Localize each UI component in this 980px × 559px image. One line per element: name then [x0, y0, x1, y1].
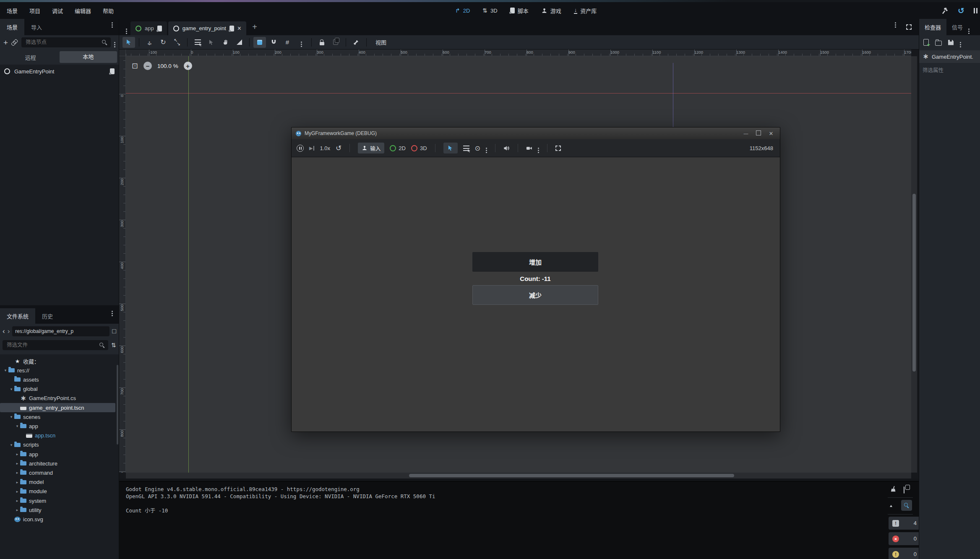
- expand-arrow[interactable]: ▾: [14, 424, 20, 428]
- workspace-tab-3d[interactable]: 3D: [482, 8, 497, 14]
- next-frame-icon[interactable]: [309, 146, 314, 151]
- pause-game-button[interactable]: [974, 8, 977, 13]
- local-button[interactable]: 本地: [60, 51, 117, 63]
- scene-tab-game-entry-point[interactable]: game_entry_point: [168, 21, 246, 35]
- menu-item[interactable]: 调试: [46, 2, 69, 19]
- scene-tree-menu-icon[interactable]: [114, 42, 115, 43]
- tab-import[interactable]: 导入: [24, 19, 49, 35]
- workspace-tab-game[interactable]: 游戏: [541, 7, 561, 15]
- split-view-icon[interactable]: [112, 328, 116, 335]
- input-toggle-button[interactable]: 输入: [358, 143, 384, 153]
- workspace-tab-assetlib[interactable]: 资产库: [574, 7, 597, 15]
- smart-snap-toggle[interactable]: [253, 37, 266, 48]
- scene-tab-app[interactable]: app: [130, 21, 167, 35]
- dock-tabs-overflow-icon[interactable]: [968, 29, 970, 30]
- messages-badge[interactable]: ! 4: [889, 517, 920, 530]
- nav-back-icon[interactable]: [3, 327, 5, 335]
- nav-forward-icon[interactable]: [8, 327, 10, 335]
- game-select-tool[interactable]: [443, 143, 458, 153]
- list-select-tool[interactable]: [191, 37, 204, 48]
- tab-signals[interactable]: 信号: [946, 19, 968, 35]
- move-tool[interactable]: [143, 37, 156, 48]
- expand-arrow[interactable]: ▾: [8, 387, 14, 391]
- workspace-tab-2d[interactable]: 2D: [455, 8, 470, 14]
- filesystem-tree-row[interactable]: icon.svg: [0, 515, 115, 524]
- minimize-button[interactable]: [741, 131, 751, 136]
- zoom-in-button[interactable]: [184, 62, 192, 70]
- new-scene-tab-button[interactable]: [252, 22, 257, 32]
- build-button[interactable]: [941, 7, 949, 14]
- embed-options-icon[interactable]: [538, 148, 539, 149]
- filesystem-scrollbar[interactable]: [117, 365, 118, 445]
- add-node-button[interactable]: [3, 39, 8, 47]
- filesystem-tree-row[interactable]: ▾ app: [0, 421, 115, 431]
- save-resource-icon[interactable]: [948, 40, 954, 45]
- expand-arrow[interactable]: ▾: [8, 415, 14, 419]
- filter-properties-label[interactable]: 筛选属性: [923, 66, 944, 74]
- tab-filesystem[interactable]: 文件系统: [0, 308, 35, 324]
- distraction-free-icon[interactable]: [906, 24, 912, 30]
- copy-output-icon[interactable]: [904, 486, 904, 494]
- menu-item[interactable]: 帮助: [97, 2, 120, 19]
- zoom-level[interactable]: 100.0 %: [157, 63, 178, 69]
- view-menu-button[interactable]: 视图: [370, 38, 391, 46]
- filesystem-tree-row[interactable]: ▸ module: [0, 487, 115, 496]
- center-view-icon[interactable]: [132, 61, 138, 70]
- debug-2d-toggle[interactable]: 2D: [390, 145, 406, 151]
- close-tab-icon[interactable]: [237, 25, 241, 32]
- filesystem-tree-row[interactable]: ▾ scenes: [0, 412, 115, 421]
- scene-tree[interactable]: GameEntryPoint: [0, 65, 119, 305]
- tab-inspector[interactable]: 检查器: [919, 19, 946, 35]
- expand-arrow[interactable]: ▸: [14, 471, 20, 475]
- vscrollbar-thumb[interactable]: [912, 194, 916, 372]
- expand-arrow[interactable]: ▸: [14, 480, 20, 484]
- scene-tree-root-row[interactable]: GameEntryPoint: [0, 66, 119, 77]
- tab-history[interactable]: 历史: [35, 308, 60, 324]
- new-resource-icon[interactable]: [923, 39, 929, 46]
- expand-arrow[interactable]: ▾: [8, 443, 14, 447]
- filesystem-tree-row[interactable]: ▸ architecture: [0, 459, 115, 468]
- expand-arrow[interactable]: ▸: [14, 461, 20, 465]
- errors-badge[interactable]: × 0: [889, 532, 920, 545]
- snap-grid-icon[interactable]: [281, 37, 294, 48]
- instance-scene-button[interactable]: [10, 38, 20, 47]
- canvas-hscrollbar[interactable]: [126, 473, 911, 478]
- expand-arrow[interactable]: ▾: [3, 368, 8, 372]
- filesystem-menu-icon[interactable]: [112, 311, 113, 312]
- grid-snap-toggle[interactable]: [267, 37, 280, 48]
- expand-arrow[interactable]: ▸: [14, 499, 20, 503]
- lock-node-button[interactable]: [315, 37, 328, 48]
- speed-multiplier[interactable]: 1.0x: [320, 145, 330, 151]
- inspected-node-bar[interactable]: GameEntryPoint.: [919, 50, 980, 63]
- list-select-icon[interactable]: [463, 146, 469, 151]
- decrease-button[interactable]: 减少: [472, 285, 598, 305]
- mute-audio-icon[interactable]: [503, 145, 510, 151]
- expand-arrow[interactable]: ▸: [14, 508, 20, 512]
- game-window-titlebar[interactable]: MyGFrameworkGame (DEBUG): [292, 127, 780, 139]
- path-field[interactable]: [12, 326, 109, 336]
- filesystem-tree-row[interactable]: ▾ scripts: [0, 440, 115, 450]
- ruler-tool[interactable]: [233, 37, 245, 48]
- fullscreen-icon[interactable]: [555, 146, 561, 151]
- filesystem-tree-row[interactable]: ▾ res://: [0, 366, 115, 375]
- scene-tabs-menu-icon[interactable]: [126, 29, 127, 30]
- filesystem-tree-row[interactable]: ▸ utility: [0, 505, 115, 515]
- select-tool[interactable]: [122, 37, 135, 48]
- workspace-tab-script[interactable]: 脚本: [510, 7, 529, 15]
- filesystem-tree-row[interactable]: ▸ model: [0, 478, 115, 487]
- tabbar-extra-menu-icon[interactable]: [895, 22, 896, 23]
- sort-files-icon[interactable]: [111, 342, 116, 348]
- filesystem-tree-row[interactable]: assets: [0, 375, 115, 384]
- expand-arrow[interactable]: ▸: [14, 452, 20, 456]
- maximize-button[interactable]: [754, 130, 763, 137]
- canvas-vscrollbar[interactable]: [911, 56, 917, 473]
- menu-item[interactable]: 编辑器: [69, 2, 97, 19]
- viewport-canvas[interactable]: 100.0 % MyGFrameworkGame (DEBUG) 1.0x: [126, 56, 911, 473]
- rotate-tool[interactable]: [157, 37, 169, 48]
- debug-3d-toggle[interactable]: 3D: [411, 145, 427, 151]
- dock-splitter[interactable]: [0, 305, 119, 308]
- filesystem-tree-row[interactable]: 收藏：: [0, 356, 115, 366]
- filter-files-input[interactable]: [6, 342, 97, 348]
- suspend-icon[interactable]: [297, 145, 304, 152]
- tab-scene[interactable]: 场景: [0, 19, 24, 35]
